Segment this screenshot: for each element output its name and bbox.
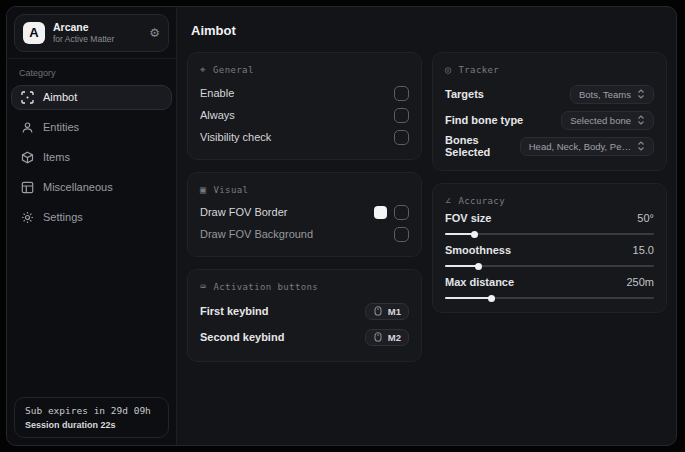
fov-background-checkbox[interactable] <box>394 227 409 242</box>
keybind-value: M1 <box>388 306 401 317</box>
mouse-icon <box>373 306 383 316</box>
session-duration-text: Session duration 22s <box>25 420 158 430</box>
first-keybind-button[interactable]: M1 <box>365 303 409 320</box>
always-checkbox[interactable] <box>394 108 409 123</box>
sub-expiry-text: Sub expires in 29d 09h <box>25 405 158 416</box>
accuracy-card: ∠ Accuracy FOV size 50° <box>432 183 667 313</box>
sidebar-item-settings[interactable]: Settings <box>11 205 172 230</box>
max-distance-slider-group: Max distance 250m <box>445 276 654 299</box>
setting-row-visibility-check: Visibility check <box>200 126 409 148</box>
slider-value: 250m <box>626 276 654 288</box>
gear-icon <box>21 211 34 224</box>
sidebar-item-entities[interactable]: Entities <box>11 115 172 140</box>
category-label: Category <box>19 68 164 78</box>
cube-icon <box>21 151 34 164</box>
setting-row-find-bone-type: Find bone type Selected bone <box>445 107 654 133</box>
setting-label: Find bone type <box>445 114 523 126</box>
sidebar: A Arcane for Active Matter ⚙ Category Ai… <box>7 7 177 445</box>
targets-select[interactable]: Bots, Teams <box>570 85 654 104</box>
settings-gear-icon[interactable]: ⚙ <box>149 26 160 40</box>
setting-label: Draw FOV Background <box>200 228 313 240</box>
activation-card-title: Activation buttons <box>213 282 318 292</box>
setting-label: Always <box>200 109 235 121</box>
select-value: Head, Neck, Body, Pe… <box>529 141 631 152</box>
sidebar-header: A Arcane for Active Matter ⚙ <box>7 7 176 59</box>
activation-card-header: ⌨ Activation buttons <box>200 281 409 292</box>
visual-card-title: Visual <box>213 185 248 195</box>
angle-icon: ∠ <box>445 195 451 206</box>
setting-label: Second keybind <box>200 331 284 343</box>
setting-label: Visibility check <box>200 131 271 143</box>
select-value: Bots, Teams <box>579 89 631 100</box>
sidebar-item-miscellaneous[interactable]: Miscellaneous <box>11 175 172 200</box>
setting-label: Enable <box>200 87 234 99</box>
slider-label: Max distance <box>445 276 514 288</box>
fov-size-slider-group: FOV size 50° <box>445 212 654 235</box>
category-nav: Aimbot Entities Items <box>7 85 176 235</box>
fov-border-checkbox[interactable] <box>394 205 409 220</box>
visual-card-header: ▣ Visual <box>200 184 409 195</box>
activation-buttons-card: ⌨ Activation buttons First keybind M1 <box>187 269 422 362</box>
app-title-block: Arcane for Active Matter <box>53 21 114 45</box>
setting-label: Targets <box>445 88 484 100</box>
keyboard-icon: ⌨ <box>200 281 206 292</box>
smoothness-slider[interactable] <box>445 265 654 267</box>
general-card: ⌖ General Enable Always Visibility check <box>187 52 422 160</box>
general-card-title: General <box>213 65 254 75</box>
slider-value: 15.0 <box>633 244 654 256</box>
tracker-card: ◎ Tracker Targets Bots, Teams Fin <box>432 52 667 171</box>
slider-label: FOV size <box>445 212 491 224</box>
frame-icon: ▣ <box>200 184 206 195</box>
setting-row-bones-selected: Bones Selected Head, Neck, Body, Pe… <box>445 133 654 159</box>
right-column: ◎ Tracker Targets Bots, Teams Fin <box>432 52 667 313</box>
setting-label: Bones Selected <box>445 134 520 158</box>
slider-thumb[interactable] <box>488 295 495 302</box>
main-content: Aimbot ⌖ General Enable Always <box>177 7 676 445</box>
smoothness-slider-group: Smoothness 15.0 <box>445 244 654 267</box>
accuracy-card-title: Accuracy <box>458 196 505 206</box>
max-distance-slider[interactable] <box>445 297 654 299</box>
sidebar-item-label: Items <box>43 151 70 163</box>
sidebar-item-aimbot[interactable]: Aimbot <box>11 85 172 110</box>
sidebar-item-label: Settings <box>43 211 83 223</box>
tracker-card-header: ◎ Tracker <box>445 64 654 75</box>
second-keybind-button[interactable]: M2 <box>365 329 409 346</box>
setting-row-second-keybind: Second keybind M2 <box>200 324 409 350</box>
setting-label: First keybind <box>200 305 268 317</box>
bones-selected-select[interactable]: Head, Neck, Body, Pe… <box>520 137 654 156</box>
subscription-info-card: Sub expires in 29d 09h Session duration … <box>14 397 169 438</box>
enable-checkbox[interactable] <box>394 86 409 101</box>
slider-label: Smoothness <box>445 244 511 256</box>
slider-thumb[interactable] <box>471 231 478 238</box>
fov-size-slider[interactable] <box>445 233 654 235</box>
app-subtitle: for Active Matter <box>53 34 114 45</box>
radar-icon: ◎ <box>445 64 451 75</box>
setting-row-enable: Enable <box>200 82 409 104</box>
color-swatch[interactable] <box>374 206 387 219</box>
visibility-check-checkbox[interactable] <box>394 130 409 145</box>
unfold-icon <box>637 89 645 99</box>
keybind-value: M2 <box>388 332 401 343</box>
unfold-icon <box>637 141 645 151</box>
setting-row-first-keybind: First keybind M1 <box>200 298 409 324</box>
sidebar-item-label: Entities <box>43 121 79 133</box>
app-window: A Arcane for Active Matter ⚙ Category Ai… <box>6 6 677 446</box>
select-value: Selected bone <box>570 115 631 126</box>
layout-icon <box>21 181 34 194</box>
sidebar-item-items[interactable]: Items <box>11 145 172 170</box>
app-name: Arcane <box>53 21 114 34</box>
entities-icon <box>21 121 34 134</box>
mouse-icon <box>373 332 383 342</box>
setting-row-always: Always <box>200 104 409 126</box>
setting-row-fov-background: Draw FOV Background <box>200 223 409 245</box>
app-logo: A <box>23 22 45 44</box>
app-header-card: A Arcane for Active Matter ⚙ <box>14 14 169 52</box>
left-column: ⌖ General Enable Always Visibility check <box>187 52 422 362</box>
find-bone-type-select[interactable]: Selected bone <box>561 111 654 130</box>
aimbot-scan-icon <box>21 91 34 104</box>
crosshair-icon: ⌖ <box>200 64 206 76</box>
general-card-header: ⌖ General <box>200 64 409 76</box>
setting-row-fov-border: Draw FOV Border <box>200 201 409 223</box>
slider-thumb[interactable] <box>475 263 482 270</box>
slider-value: 50° <box>637 212 654 224</box>
